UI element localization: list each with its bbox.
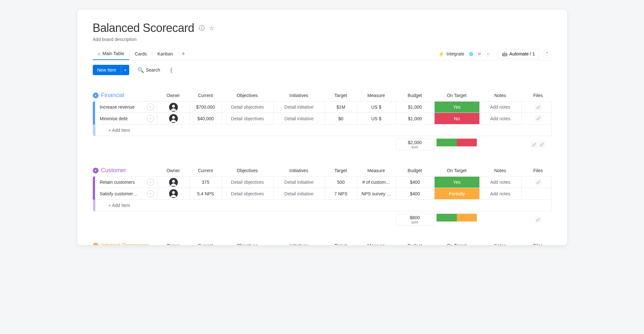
group-name[interactable]: Customer xyxy=(101,167,126,174)
column-header-current[interactable]: Current xyxy=(189,243,222,245)
file-thumb[interactable]: 📈 xyxy=(535,115,542,122)
cell-measure[interactable]: NPS survey … xyxy=(357,188,396,199)
column-header-files[interactable]: Files xyxy=(521,243,555,245)
file-thumb[interactable]: 📈 xyxy=(531,141,537,148)
column-header-measure[interactable]: Measure xyxy=(357,93,396,98)
cell-objectives[interactable]: Detail objectives xyxy=(222,113,273,124)
cell-target[interactable]: $0 xyxy=(325,113,357,124)
cell-owner[interactable] xyxy=(157,113,189,124)
open-updates-icon[interactable]: + xyxy=(147,115,154,122)
collapse-header-button[interactable]: ˄ xyxy=(543,49,552,58)
group-collapse-caret[interactable]: ▾ xyxy=(93,93,99,98)
column-header-on-target[interactable]: On Target xyxy=(434,93,479,98)
cell-on-target[interactable]: No xyxy=(434,113,479,124)
cell-objectives[interactable]: Detail objectives xyxy=(222,177,273,188)
integrate-button[interactable]: Integrate xyxy=(447,51,464,56)
column-header-measure[interactable]: Measure xyxy=(357,243,396,245)
file-thumb[interactable]: 📈 xyxy=(535,179,542,185)
cell-target[interactable]: 7 NPS xyxy=(325,188,357,199)
column-header-current[interactable]: Current xyxy=(189,93,222,98)
tab-cards[interactable]: Cards xyxy=(130,48,152,60)
column-header-on-target[interactable]: On Target xyxy=(434,243,479,245)
info-icon[interactable]: ⓘ xyxy=(199,24,205,32)
group-name[interactable]: Financial xyxy=(101,92,124,99)
column-header-on-target[interactable]: On Target xyxy=(434,168,479,173)
cell-on-target[interactable]: Partially xyxy=(434,188,479,199)
column-header-owner[interactable]: Owner xyxy=(157,243,189,245)
cell-notes[interactable]: Add notes xyxy=(479,177,521,188)
cell-current[interactable]: 5.4 NPS xyxy=(189,188,222,199)
open-updates-icon[interactable]: + xyxy=(147,190,154,197)
group-name[interactable]: Internal Processes xyxy=(101,242,149,245)
column-header-current[interactable]: Current xyxy=(189,168,222,173)
cell-initiatives[interactable]: Detail initiative xyxy=(273,177,325,188)
column-header-initiatives[interactable]: Initiatives xyxy=(273,243,325,245)
integration-gmail-icon[interactable]: M xyxy=(476,51,483,57)
column-header-target[interactable]: Target xyxy=(325,243,357,245)
column-header-initiatives[interactable]: Initiatives xyxy=(273,93,325,98)
group-collapse-caret[interactable]: ▾ xyxy=(93,168,99,173)
column-header-notes[interactable]: Notes xyxy=(479,168,521,173)
cell-objectives[interactable]: Detail objectives xyxy=(222,188,273,199)
column-header-owner[interactable]: Owner xyxy=(157,168,189,173)
new-item-button[interactable]: New Item ▾ xyxy=(93,65,129,75)
cell-notes[interactable]: Add notes xyxy=(479,188,521,199)
cell-initiatives[interactable]: Detail initiative xyxy=(273,102,325,113)
status-distribution-bar[interactable] xyxy=(437,139,477,146)
cell-on-target[interactable]: Yes xyxy=(434,177,479,188)
cell-files[interactable]: 📈 xyxy=(521,177,555,188)
add-view-button[interactable]: + xyxy=(178,51,188,57)
column-header-target[interactable]: Target xyxy=(325,168,357,173)
cell-target[interactable]: $1M xyxy=(325,102,357,113)
column-header-budget[interactable]: Budget xyxy=(396,93,434,98)
column-header-notes[interactable]: Notes xyxy=(479,243,521,245)
cell-owner[interactable] xyxy=(157,188,189,199)
group-collapse-caret[interactable]: ▾ xyxy=(93,243,99,245)
cell-budget[interactable]: $1,000 xyxy=(396,113,434,124)
board-description-placeholder[interactable]: Add board description xyxy=(93,37,552,42)
file-thumb[interactable]: 📈 xyxy=(535,104,542,110)
cell-measure[interactable]: # of custom… xyxy=(357,177,396,188)
column-header-files[interactable]: Files xyxy=(521,93,555,98)
add-item-row[interactable]: + Add Item xyxy=(93,124,552,136)
cell-measure[interactable]: US $ xyxy=(357,113,396,124)
cell-budget[interactable]: $1,000 xyxy=(396,102,434,113)
item-name-cell[interactable]: Minimise debt + xyxy=(93,113,157,124)
cell-owner[interactable] xyxy=(157,102,189,113)
cell-current[interactable]: $40,000 xyxy=(189,113,222,124)
column-header-initiatives[interactable]: Initiatives xyxy=(273,168,325,173)
cell-initiatives[interactable]: Detail initiative xyxy=(273,113,325,124)
file-thumb[interactable]: 📈 xyxy=(539,141,545,148)
column-header-objectives[interactable]: Objectives xyxy=(222,93,273,98)
column-header-files[interactable]: Files xyxy=(521,168,555,173)
cell-budget[interactable]: $400 xyxy=(396,177,434,188)
item-name-cell[interactable]: Retain customers + xyxy=(93,177,157,188)
cell-owner[interactable] xyxy=(157,177,189,188)
cell-measure[interactable]: US $ xyxy=(357,102,396,113)
open-updates-icon[interactable]: + xyxy=(147,179,154,186)
column-header-objectives[interactable]: Objectives xyxy=(222,168,273,173)
cell-on-target[interactable]: Yes xyxy=(434,102,479,113)
column-header-target[interactable]: Target xyxy=(325,93,357,98)
file-thumb[interactable]: 📈 xyxy=(535,216,541,223)
column-header-owner[interactable]: Owner xyxy=(157,93,189,98)
cell-files[interactable]: 📈 xyxy=(521,102,555,113)
search-button[interactable]: 🔍 Search xyxy=(138,67,160,73)
cell-notes[interactable]: Add notes xyxy=(479,102,521,113)
person-filter-button[interactable]: ( xyxy=(170,67,172,74)
tab-main-table[interactable]: ⌂ Main Table xyxy=(93,48,130,60)
tab-kanban[interactable]: Kanban xyxy=(152,48,178,60)
column-header-budget[interactable]: Budget xyxy=(396,243,434,245)
column-header-objectives[interactable]: Objectives xyxy=(222,243,273,245)
cell-files[interactable]: 📈 xyxy=(521,113,555,124)
cell-initiatives[interactable]: Detail initiative xyxy=(273,188,325,199)
column-header-notes[interactable]: Notes xyxy=(479,93,521,98)
cell-objectives[interactable]: Detail objectives xyxy=(222,102,273,113)
column-header-measure[interactable]: Measure xyxy=(357,168,396,173)
integration-app-icon[interactable]: 🌐 xyxy=(468,51,474,57)
new-item-dropdown-caret[interactable]: ▾ xyxy=(121,66,129,74)
cell-files[interactable] xyxy=(521,188,555,199)
add-item-row[interactable]: + Add Item xyxy=(93,200,552,211)
cell-target[interactable]: 500 xyxy=(325,177,357,188)
cell-notes[interactable]: Add notes xyxy=(479,113,521,124)
